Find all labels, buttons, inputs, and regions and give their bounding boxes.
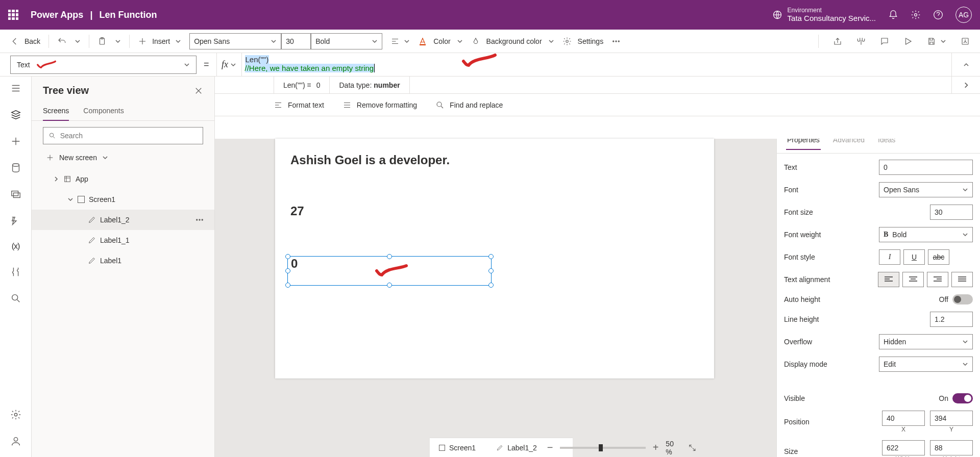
svg-point-17 (50, 133, 53, 137)
search-input[interactable] (43, 127, 203, 144)
help-icon[interactable] (933, 10, 943, 20)
play-icon[interactable] (903, 37, 913, 46)
virtual-agent-icon[interactable] (10, 436, 21, 447)
property-select[interactable]: Text (10, 56, 197, 74)
align-menu[interactable] (390, 37, 410, 46)
fit-icon[interactable] (688, 443, 697, 452)
fx-button[interactable]: fx (216, 53, 242, 76)
tree-item-label[interactable]: Label1_2 (32, 210, 214, 230)
tab-advanced[interactable]: Advanced (832, 139, 866, 150)
prop-fontsize-input[interactable]: 30 (930, 205, 973, 220)
save-icon[interactable] (927, 37, 936, 46)
prop-display-select[interactable]: Edit (879, 357, 973, 372)
find-replace-button[interactable]: Find and replace (435, 100, 503, 110)
prop-height-input[interactable]: 88 (930, 440, 973, 455)
zoom-slider[interactable] (560, 447, 645, 449)
label-text[interactable]: 27 (290, 204, 304, 218)
settings-menu[interactable]: Settings (562, 37, 604, 46)
environment[interactable]: Environment Tata Consultancy Servic... (772, 7, 876, 23)
tree-item-label[interactable]: Label1 (32, 250, 214, 271)
tree-item-app[interactable]: App (32, 169, 214, 189)
zoom-in[interactable]: + (653, 442, 659, 453)
expand-formula[interactable] (951, 53, 980, 76)
flow-icon[interactable] (10, 215, 21, 226)
insert-button[interactable]: Insert (138, 37, 181, 46)
bell-icon[interactable] (888, 10, 898, 20)
align-right-button[interactable] (927, 272, 948, 287)
bgcolor-menu[interactable]: Background color (471, 37, 554, 46)
autoheight-toggle[interactable] (952, 294, 973, 304)
font-size-input[interactable]: 30 (281, 33, 311, 49)
breadcrumb-control[interactable]: Label1_2 (496, 444, 537, 452)
annotation-check (461, 53, 497, 67)
comment-icon[interactable] (880, 37, 889, 46)
app-launcher-icon[interactable] (8, 10, 18, 20)
zoom-out[interactable]: − (547, 442, 553, 453)
prop-font-select[interactable]: Open Sans (879, 182, 973, 197)
tab-ideas[interactable]: Ideas (877, 139, 896, 150)
tree-view-title: Tree view (43, 85, 194, 96)
hamburger-icon[interactable] (10, 83, 21, 94)
font-select[interactable]: Open Sans (189, 33, 281, 49)
share-icon[interactable] (833, 37, 842, 46)
font-color-icon (418, 37, 427, 46)
close-icon[interactable] (194, 86, 203, 95)
prop-fontweight-select[interactable]: BBold (879, 227, 973, 242)
back-button[interactable]: Back (10, 37, 40, 46)
gear-icon[interactable] (911, 10, 921, 20)
prop-text-input[interactable]: 0 (879, 160, 973, 175)
color-menu[interactable]: Color (418, 37, 462, 46)
chevron-down-icon[interactable] (67, 196, 74, 202)
italic-button[interactable]: I (879, 249, 900, 265)
variables-icon[interactable]: (x) (12, 242, 20, 251)
paste-icon[interactable] (97, 37, 107, 46)
align-center-button[interactable] (902, 272, 924, 287)
more-icon[interactable] (195, 215, 204, 224)
selected-control[interactable]: 0 (287, 256, 492, 286)
strike-button[interactable]: abc (928, 249, 949, 265)
tab-properties[interactable]: Properties (786, 139, 821, 150)
publish-icon[interactable] (961, 37, 970, 46)
prop-width-input[interactable]: 622 (882, 440, 925, 455)
align-justify-button[interactable] (951, 272, 973, 287)
tree-item-label[interactable]: Label1_1 (32, 230, 214, 250)
gear-icon[interactable] (10, 409, 21, 420)
prop-overflow-select[interactable]: Hidden (879, 334, 973, 349)
data-icon[interactable] (10, 162, 21, 173)
tree-item-screen[interactable]: Screen1 (32, 189, 214, 210)
avatar[interactable]: AG (955, 7, 972, 23)
new-screen-button[interactable]: New screen (32, 150, 214, 165)
chevron-down-icon (457, 38, 463, 44)
remove-format-button[interactable]: Remove formatting (342, 100, 417, 110)
tab-screens[interactable]: Screens (43, 101, 69, 121)
formula-input[interactable]: Len("") //Here, we have taken an empty s… (242, 53, 951, 76)
tree-view-icon[interactable] (10, 109, 21, 120)
chevron-right-icon[interactable] (53, 176, 59, 182)
prop-lineheight-input[interactable]: 1.2 (930, 312, 973, 327)
breadcrumb-screen[interactable]: Screen1 (439, 444, 476, 452)
format-icon (274, 100, 283, 110)
format-text-button[interactable]: Format text (274, 100, 324, 110)
checker-icon[interactable] (856, 37, 866, 46)
visible-toggle[interactable] (952, 393, 973, 403)
save-dropdown[interactable] (940, 38, 946, 44)
prop-x-input[interactable]: 40 (882, 411, 925, 426)
insert-pane-icon[interactable] (10, 136, 21, 147)
search-icon[interactable] (10, 293, 21, 304)
paste-dropdown[interactable] (115, 38, 121, 44)
align-left-button[interactable] (878, 272, 899, 287)
undo-icon[interactable] (57, 37, 66, 46)
prop-y-input[interactable]: 394 (930, 411, 973, 426)
undo-dropdown[interactable] (75, 38, 81, 44)
prop-label-fontsize: Font size (784, 208, 879, 216)
media-icon[interactable] (10, 189, 21, 200)
more-icon[interactable] (611, 37, 621, 46)
canvas[interactable]: Ashish Goel is a developer. 27 0 (275, 139, 714, 378)
label-text[interactable]: Ashish Goel is a developer. (290, 153, 450, 167)
svg-rect-12 (11, 191, 18, 196)
font-weight-select[interactable]: Bold (311, 33, 382, 49)
underline-button[interactable]: U (903, 249, 925, 265)
next-button[interactable] (951, 77, 980, 93)
tab-components[interactable]: Components (83, 101, 124, 120)
tools-icon[interactable] (10, 266, 21, 277)
